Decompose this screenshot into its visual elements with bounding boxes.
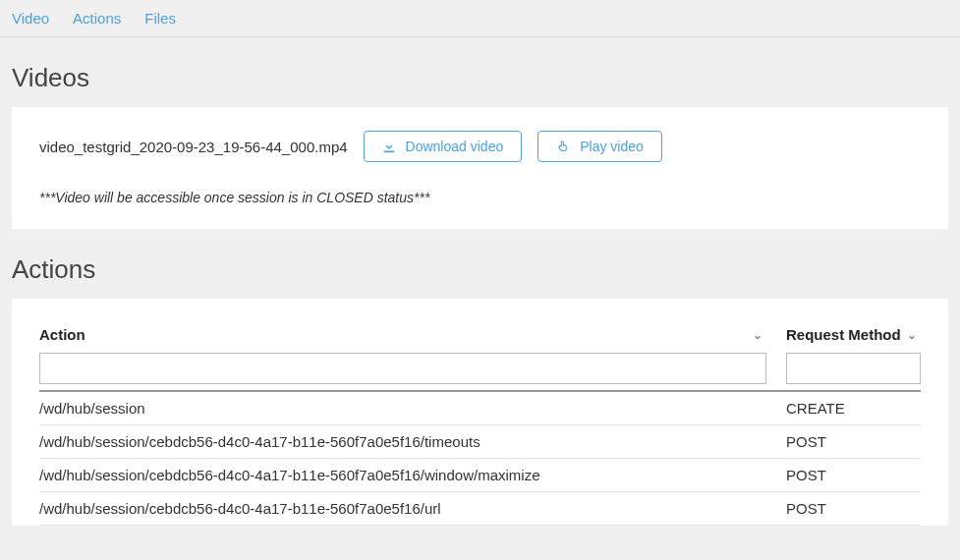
download-video-label: Download video: [406, 139, 504, 154]
cell-method: POST: [786, 433, 921, 450]
cell-method: CREATE: [786, 400, 921, 417]
column-header-method[interactable]: Request Method ⌄: [786, 326, 921, 353]
download-icon: [382, 140, 396, 153]
table-row: /wd/hub/session/cebdcb56-d4c0-4a17-b11e-…: [39, 492, 921, 526]
actions-card: Action ⌄ Request Method ⌄ /wd/hub/sessio…: [12, 299, 948, 526]
cell-action: /wd/hub/session/cebdcb56-d4c0-4a17-b11e-…: [39, 500, 786, 517]
cell-action: /wd/hub/session/cebdcb56-d4c0-4a17-b11e-…: [39, 467, 786, 483]
tab-files[interactable]: Files: [144, 10, 176, 27]
video-note: ***Video will be accessible once session…: [39, 190, 921, 205]
cell-action: /wd/hub/session/cebdcb56-d4c0-4a17-b11e-…: [39, 433, 786, 450]
chevron-down-icon: ⌄: [907, 328, 921, 342]
action-filter-input[interactable]: [39, 353, 766, 384]
play-video-button[interactable]: Play video: [537, 131, 662, 162]
video-row: video_testgrid_2020-09-23_19-56-44_000.m…: [39, 131, 921, 162]
method-filter-input[interactable]: [786, 353, 921, 384]
table-row: /wd/hub/session/cebdcb56-d4c0-4a17-b11e-…: [39, 459, 921, 492]
column-header-action-label: Action: [39, 326, 85, 343]
video-filename: video_testgrid_2020-09-23_19-56-44_000.m…: [39, 139, 348, 155]
tab-video[interactable]: Video: [12, 10, 49, 27]
table-row: /wd/hub/session CREATE: [39, 392, 921, 425]
top-tabs: Video Actions Files: [0, 0, 960, 37]
column-header-action[interactable]: Action ⌄: [39, 326, 786, 353]
play-video-label: Play video: [580, 139, 644, 154]
filter-row: [39, 353, 921, 384]
actions-table-header: Action ⌄ Request Method ⌄: [39, 326, 921, 353]
videos-heading: Videos: [0, 37, 960, 107]
tab-actions[interactable]: Actions: [73, 10, 121, 27]
cell-method: POST: [786, 500, 921, 517]
actions-heading: Actions: [0, 229, 960, 299]
videos-card: video_testgrid_2020-09-23_19-56-44_000.m…: [12, 107, 948, 229]
cell-action: /wd/hub/session: [39, 400, 786, 417]
table-row: /wd/hub/session/cebdcb56-d4c0-4a17-b11e-…: [39, 425, 921, 459]
hand-pointer-icon: [556, 140, 570, 153]
download-video-button[interactable]: Download video: [364, 131, 523, 162]
column-header-method-label: Request Method: [786, 326, 901, 343]
chevron-down-icon: ⌄: [753, 328, 766, 342]
cell-method: POST: [786, 467, 921, 483]
